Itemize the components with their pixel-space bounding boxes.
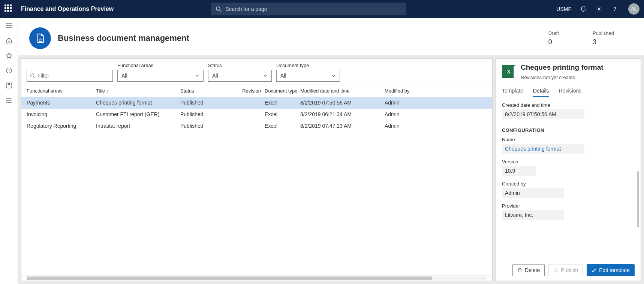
svg-marker-7 [6, 53, 12, 58]
search-icon [216, 6, 222, 12]
search-placeholder: Search for a page [225, 6, 267, 12]
label-created: Created date and time [502, 102, 635, 108]
col-header-revision[interactable]: Revision [240, 88, 261, 94]
label-name: Name [502, 137, 635, 142]
chevron-down-icon [195, 73, 199, 78]
filter-label-fa: Functional areas [117, 63, 204, 68]
svg-point-0 [216, 7, 220, 10]
horizontal-scrollbar[interactable] [21, 275, 492, 281]
value-createdby: Admin [502, 188, 564, 198]
app-launcher-icon[interactable] [4, 4, 13, 13]
publish-button: Publish [548, 264, 583, 276]
svg-rect-11 [6, 86, 12, 88]
hamburger-icon[interactable] [5, 22, 13, 29]
trash-icon [517, 268, 523, 273]
home-icon[interactable] [5, 37, 13, 44]
chevron-down-icon [263, 73, 268, 78]
dropdown-functional-areas[interactable]: All [117, 70, 204, 82]
dropdown-status[interactable]: All [208, 70, 272, 82]
details-title: Cheques printing format [521, 63, 604, 72]
svg-point-16 [6, 102, 7, 103]
value-provider: Litware, Inc. [502, 210, 564, 220]
legal-entity[interactable]: USMF [556, 6, 571, 12]
value-name[interactable]: Cheques printing format [502, 144, 584, 154]
svg-point-19 [31, 74, 34, 77]
delete-button[interactable]: Delete [512, 264, 545, 276]
tab-template[interactable]: Template [502, 88, 523, 97]
details-tabs: Template Details Revisions [502, 88, 635, 97]
sort-asc-icon: ↑ [106, 89, 109, 93]
workspace-icon[interactable] [5, 82, 13, 89]
tab-details[interactable]: Details [533, 88, 549, 97]
label-createdby: Created by [502, 181, 635, 187]
modules-icon[interactable] [5, 97, 13, 104]
label-provider: Provider [502, 203, 635, 209]
main-panel: Filter Functional areas All Status All [21, 58, 493, 281]
value-created: 8/2/2019 07:50:56 AM [502, 109, 584, 119]
col-header-modified[interactable]: Modified date and time [300, 88, 385, 94]
col-header-fa[interactable]: Functional areas [27, 88, 96, 94]
top-bar: Finance and Operations Preview Search fo… [0, 0, 644, 18]
pencil-icon [592, 268, 597, 273]
col-header-modifiedby[interactable]: Modified by [385, 88, 426, 94]
page-title: Business document management [58, 33, 189, 43]
svg-rect-10 [9, 83, 11, 85]
svg-point-12 [6, 98, 7, 99]
col-header-title[interactable]: Title↑ [96, 88, 180, 94]
filter-label-doctype: Document type [276, 63, 340, 68]
table-row[interactable]: InvoicingCustomer FTI report (GER)Publis… [21, 109, 492, 120]
filter-search-icon [30, 73, 35, 78]
help-icon[interactable] [611, 5, 619, 13]
bell-icon[interactable] [580, 5, 587, 13]
search-box[interactable]: Search for a page [211, 3, 406, 15]
filter-input[interactable]: Filter [27, 70, 113, 82]
svg-point-2 [598, 8, 600, 10]
filter-label-status: Status [208, 63, 272, 68]
grid-header: Functional areas Title↑ Status Revision … [21, 85, 492, 97]
col-header-doctype[interactable]: Document type [261, 88, 300, 94]
star-icon[interactable] [5, 52, 13, 59]
chevron-down-icon [331, 73, 336, 78]
value-version: 10.9 [502, 166, 536, 176]
svg-line-1 [220, 10, 221, 12]
recent-icon[interactable] [5, 67, 13, 74]
grid: Functional areas Title↑ Status Revision … [21, 85, 492, 275]
excel-icon: X [502, 65, 515, 78]
col-header-status[interactable]: Status [180, 88, 240, 94]
page-icon [29, 27, 51, 49]
svg-line-20 [34, 77, 35, 78]
stat-published: Published 3 [593, 30, 614, 46]
tab-revisions[interactable]: Revisions [559, 88, 582, 97]
svg-rect-18 [39, 39, 42, 41]
svg-rect-9 [6, 83, 8, 85]
stat-draft: Draft 0 [548, 30, 559, 46]
vertical-scrollbar[interactable] [637, 171, 639, 227]
dropdown-doctype[interactable]: All [276, 70, 340, 82]
table-row[interactable]: PaymentsCheques printing formatPublished… [21, 97, 492, 109]
label-version: Version [502, 159, 635, 164]
page-header: Business document management Draft 0 Pub… [18, 18, 644, 55]
avatar[interactable]: AL [628, 3, 640, 15]
details-subtitle: Revisions not yet created [521, 75, 604, 80]
publish-icon [553, 268, 559, 273]
svg-point-3 [614, 10, 615, 11]
left-rail [0, 18, 18, 284]
details-panel: X Cheques printing format Revisions not … [496, 58, 641, 281]
svg-point-14 [6, 100, 7, 101]
gear-icon[interactable] [595, 5, 603, 13]
app-title: Finance and Operations Preview [21, 6, 114, 12]
section-configuration: CONFIGURATION [502, 127, 635, 133]
table-row[interactable]: Regulatory ReportingIntrastat reportPubl… [21, 120, 492, 132]
edit-template-button[interactable]: Edit template [587, 264, 635, 276]
